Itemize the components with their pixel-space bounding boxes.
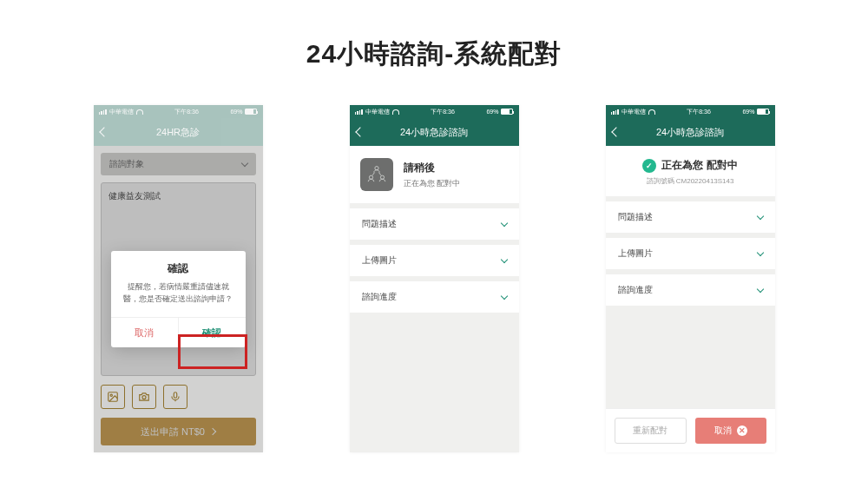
chevron-down-icon: [756, 285, 763, 292]
footer-actions: 重新配對 取消 ✕: [606, 408, 775, 452]
accordion-label: 上傳圖片: [362, 254, 397, 267]
accordion-progress[interactable]: 諮詢進度: [350, 281, 519, 313]
carrier-label: 中華電信: [109, 108, 134, 116]
status-bar: 中華電信 下午8:36 69%: [350, 105, 519, 118]
check-icon: ✓: [642, 159, 656, 173]
battery-label: 69%: [742, 109, 754, 115]
confirm-modal: 確認 提醒您，若病情嚴重請儘速就醫，您是否確定送出諮詢申請？ 取消 確認: [111, 251, 246, 347]
matching-sub: 正在為您 配對中: [404, 178, 461, 189]
cancel-button[interactable]: 取消 ✕: [695, 418, 766, 444]
accordion-problem[interactable]: 問題描述: [606, 201, 775, 233]
nav-header: 24HR急診: [94, 118, 263, 146]
page-title: 24小時諮詢-系統配對: [0, 36, 868, 72]
nav-title: 24小時急診諮詢: [656, 126, 724, 139]
svg-point-6: [380, 175, 384, 179]
wifi-icon: [392, 109, 399, 115]
chevron-down-icon: [756, 248, 763, 255]
accordion-upload[interactable]: 上傳圖片: [606, 238, 775, 269]
phone2-body: 請稍後 正在為您 配對中 問題描述 上傳圖片 諮詢進度: [350, 146, 519, 452]
svg-point-4: [374, 167, 378, 170]
clock-label: 下午8:36: [687, 108, 711, 116]
accordion-label: 問題描述: [362, 218, 397, 230]
svg-point-5: [369, 175, 372, 179]
wifi-icon: [136, 109, 143, 115]
status-bar: 中華電信 下午8:36 69%: [94, 105, 263, 118]
signal-icon: [99, 109, 107, 115]
accordion-label: 上傳圖片: [618, 247, 653, 260]
clock-label: 下午8:36: [174, 108, 199, 116]
signal-icon: [611, 109, 619, 115]
modal-message: 提醒您，若病情嚴重請儘速就醫，您是否確定送出諮詢申請？: [111, 281, 246, 317]
accordion-label: 問題描述: [618, 211, 653, 223]
phone1-body: 諮詢對象 健康益友測試 送出申請 NT$0: [94, 146, 263, 452]
matching-card: 請稍後 正在為您 配對中: [350, 146, 519, 203]
chevron-down-icon: [756, 212, 763, 219]
matching-title: 請稍後: [404, 161, 461, 175]
modal-confirm-button[interactable]: 確認: [179, 318, 246, 347]
battery-icon: [501, 109, 513, 115]
modal-buttons: 取消 確認: [111, 317, 246, 347]
accordion-label: 諮詢進度: [362, 291, 397, 303]
phone-3: 中華電信 下午8:36 69% 24小時急診諮詢 ✓ 正在為您 配對中 諮詢號碼…: [606, 105, 775, 452]
accordion-label: 諮詢進度: [618, 284, 653, 296]
carrier-label: 中華電信: [621, 108, 646, 116]
phone-2: 中華電信 下午8:36 69% 24小時急診諮詢 請稍後 正在為您 配對中: [350, 105, 519, 452]
nav-header: 24小時急診諮詢: [350, 118, 519, 146]
back-icon[interactable]: [355, 127, 365, 136]
modal-backdrop: 確認 提醒您，若病情嚴重請儘速就醫，您是否確定送出諮詢申請？ 取消 確認: [94, 146, 263, 452]
accordion-problem[interactable]: 問題描述: [350, 208, 519, 240]
chevron-down-icon: [500, 255, 507, 262]
nav-title: 24HR急診: [156, 126, 200, 139]
chevron-down-icon: [500, 292, 507, 299]
carrier-label: 中華電信: [365, 108, 390, 116]
matching-header: ✓ 正在為您 配對中 諮詢號碼 CM20220413S143: [606, 146, 775, 196]
modal-title: 確認: [111, 251, 246, 281]
chevron-down-icon: [500, 219, 507, 226]
close-icon: ✕: [737, 425, 747, 436]
status-bar: 中華電信 下午8:36 69%: [606, 105, 775, 118]
clock-label: 下午8:36: [431, 108, 455, 116]
cancel-label: 取消: [714, 425, 732, 437]
consult-id: 諮詢號碼 CM20220413S143: [615, 176, 766, 186]
accordion-progress[interactable]: 諮詢進度: [606, 274, 775, 306]
accordion-upload[interactable]: 上傳圖片: [350, 245, 519, 276]
back-icon[interactable]: [611, 127, 621, 136]
matching-title: 正在為您 配對中: [661, 158, 737, 173]
nav-title: 24小時急診諮詢: [400, 126, 468, 139]
matching-icon: [360, 158, 393, 191]
battery-icon: [245, 109, 257, 115]
battery-icon: [757, 109, 769, 115]
phone-1: 中華電信 下午8:36 69% 24HR急診 諮詢對象 健康益友測試: [94, 105, 263, 452]
wifi-icon: [648, 109, 655, 115]
modal-cancel-button[interactable]: 取消: [111, 318, 179, 347]
phone-row: 中華電信 下午8:36 69% 24HR急診 諮詢對象 健康益友測試: [0, 105, 868, 452]
battery-label: 69%: [486, 109, 498, 115]
signal-icon: [355, 109, 363, 115]
back-icon[interactable]: [99, 127, 108, 136]
nav-header: 24小時急診諮詢: [606, 118, 775, 146]
battery-label: 69%: [230, 109, 242, 115]
rematch-button[interactable]: 重新配對: [615, 418, 687, 444]
phone3-body: ✓ 正在為您 配對中 諮詢號碼 CM20220413S143 問題描述 上傳圖片…: [606, 146, 775, 452]
